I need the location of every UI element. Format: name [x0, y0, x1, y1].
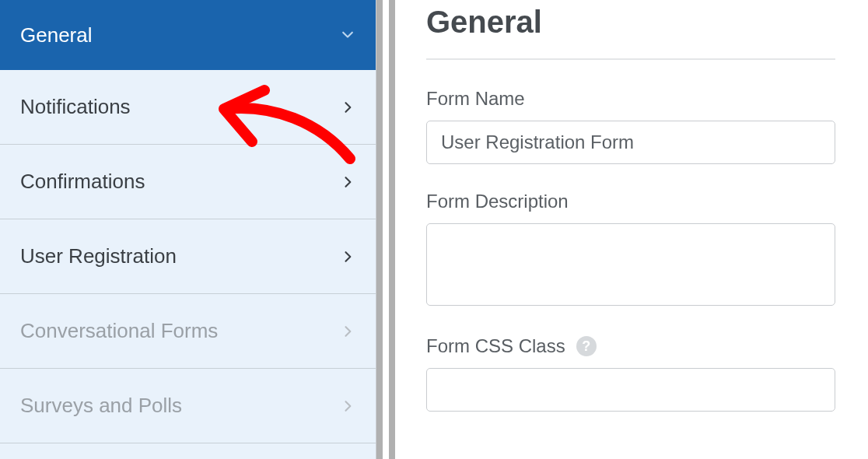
- sidebar-item-label: Notifications: [20, 95, 131, 119]
- sidebar-item-label: Conversational Forms: [20, 319, 218, 343]
- form-name-label: Form Name: [426, 88, 835, 110]
- panel-divider: [376, 0, 400, 459]
- field-form-description: Form Description: [426, 191, 835, 309]
- chevron-right-icon: [340, 324, 355, 339]
- sidebar-item-general[interactable]: General: [0, 0, 376, 70]
- field-form-css-class: Form CSS Class ?: [426, 335, 835, 412]
- sidebar-item-label: User Registration: [20, 244, 177, 268]
- chevron-right-icon: [340, 249, 355, 265]
- sidebar-item-surveys-and-polls[interactable]: Surveys and Polls: [0, 369, 376, 443]
- chevron-right-icon: [340, 100, 355, 115]
- form-css-class-label: Form CSS Class: [426, 335, 565, 357]
- form-css-class-input[interactable]: [426, 368, 835, 412]
- sidebar-item-label: Confirmations: [20, 170, 145, 194]
- sidebar-item-confirmations[interactable]: Confirmations: [0, 145, 376, 219]
- sidebar-item-label: General: [20, 23, 93, 47]
- page-title: General: [426, 5, 835, 58]
- settings-main-panel: General Form Name Form Description Form …: [400, 0, 868, 459]
- form-description-textarea[interactable]: [426, 223, 835, 306]
- section-divider: [426, 58, 835, 60]
- chevron-down-icon: [340, 27, 355, 43]
- sidebar-item-user-registration[interactable]: User Registration: [0, 219, 376, 294]
- form-name-input[interactable]: [426, 121, 835, 164]
- chevron-right-icon: [340, 398, 355, 414]
- field-form-name: Form Name: [426, 88, 835, 164]
- sidebar-item-notifications[interactable]: Notifications: [0, 70, 376, 145]
- chevron-right-icon: [340, 174, 355, 190]
- help-icon[interactable]: ?: [576, 336, 597, 356]
- sidebar-item-label: Surveys and Polls: [20, 394, 182, 418]
- settings-sidebar: General Notifications Confirmations User…: [0, 0, 376, 459]
- sidebar-item-conversational-forms[interactable]: Conversational Forms: [0, 294, 376, 369]
- form-description-label: Form Description: [426, 191, 835, 212]
